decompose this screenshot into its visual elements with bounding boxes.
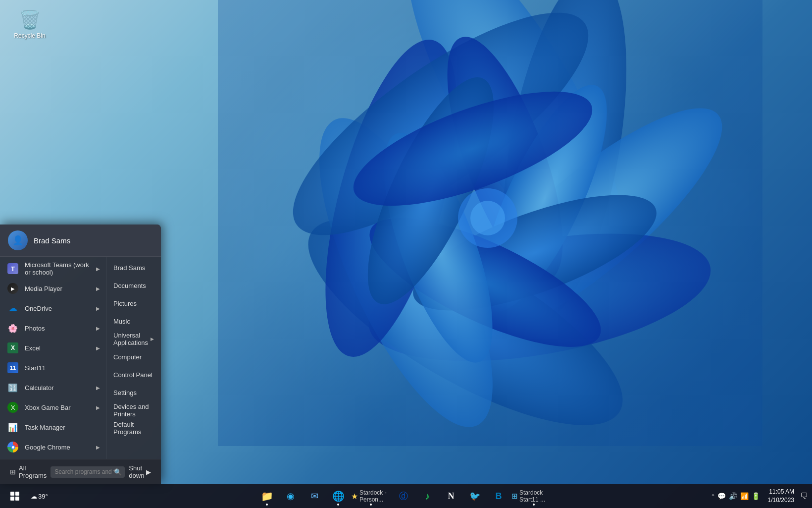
svg-rect-20: [10, 497, 14, 501]
start-menu: 👤 Brad Sams T Microsoft Teams (work or s…: [0, 225, 161, 484]
app-label-taskmanager: Task Manager: [25, 424, 100, 431]
all-programs-label: All Programs: [19, 464, 47, 479]
clock-date: 1/10/2023: [768, 496, 794, 505]
teams-icon: T: [6, 262, 20, 276]
search-icon[interactable]: 🔍: [114, 468, 122, 476]
place-label-universal-apps: Universal Applications: [113, 332, 151, 346]
app-item-calculator[interactable]: 🔢 Calculator ▶: [0, 378, 106, 397]
taskbar-app-dot: [337, 504, 339, 506]
taskbar-mail[interactable]: ✉: [304, 485, 325, 507]
place-label-default-programs: Default Programs: [113, 421, 154, 436]
file-explorer-icon: 📁: [261, 490, 273, 502]
stardock1-label: Stardock - Person...: [359, 489, 391, 503]
recycle-bin-icon: 🗑️: [19, 9, 41, 30]
photos-icon: 🌸: [6, 321, 20, 335]
taskbar-edge[interactable]: 🌐: [327, 485, 349, 507]
recycle-bin[interactable]: 🗑️ Recycle Bin: [10, 7, 50, 41]
places-list: Brad Sams Documents Pictures Music Unive…: [106, 257, 161, 459]
taskbar-nook[interactable]: B: [488, 485, 509, 507]
xbox-arrow: ▶: [96, 405, 100, 410]
app-item-mediaplayer[interactable]: ▶ Media Player ▶: [0, 279, 106, 298]
user-header[interactable]: 👤 Brad Sams: [0, 225, 161, 257]
taskbar-stardock1[interactable]: ★ Stardock - Person...: [351, 485, 391, 507]
place-label-computer: Computer: [113, 353, 142, 361]
app-item-teams[interactable]: T Microsoft Teams (work or school) ▶: [0, 259, 106, 279]
place-computer[interactable]: Computer: [106, 348, 161, 366]
all-programs-button[interactable]: ⊞ All Programs: [6, 462, 51, 481]
app-label-photos: Photos: [25, 325, 94, 332]
mediaplayer-icon: ▶: [6, 282, 20, 295]
user-avatar: 👤: [8, 230, 28, 250]
shutdown-arrow-icon: ▶: [146, 468, 151, 476]
menu-footer: ⊞ All Programs 🔍 Shut down ▶: [0, 459, 161, 484]
network-icon[interactable]: 📶: [740, 492, 749, 500]
app-label-teams: Microsoft Teams (work or school): [25, 261, 94, 276]
taskbar: ☁ 39° 📁 ◉ ✉ 🌐 ★ Stardock - Person...: [0, 484, 812, 508]
place-universal-apps[interactable]: Universal Applications: [106, 330, 161, 348]
taskbar-app-dot: [533, 504, 535, 506]
weather-temp: 39°: [38, 493, 48, 500]
search-input[interactable]: [54, 468, 114, 475]
place-documents[interactable]: Documents: [106, 277, 161, 294]
place-control-panel[interactable]: Control Panel: [106, 366, 161, 384]
taskbar-dashlane[interactable]: ⓓ: [393, 485, 414, 507]
place-label-brad-sams: Brad Sams: [113, 264, 145, 272]
chat-icon[interactable]: 💬: [717, 492, 726, 500]
menu-body: T Microsoft Teams (work or school) ▶ ▶ M…: [0, 257, 161, 459]
mail-icon: ✉: [311, 491, 318, 502]
dashlane-icon: ⓓ: [399, 490, 408, 502]
taskbar-right: ^ 💬 🔊 📶 🔋 11:05 AM 1/10/2023 🗨: [711, 488, 808, 505]
app-item-taskmanager[interactable]: 📊 Task Manager: [0, 417, 106, 437]
weather-widget[interactable]: ☁ 39°: [28, 485, 51, 507]
notion-icon: N: [448, 491, 455, 502]
spotify-icon: ♪: [425, 491, 430, 502]
place-settings[interactable]: Settings: [106, 384, 161, 401]
start-button[interactable]: [4, 485, 26, 507]
app-item-start11[interactable]: 11 Start11: [0, 358, 106, 378]
notification-icon[interactable]: 🗨: [800, 492, 808, 501]
taskbar-cortana[interactable]: ◉: [280, 485, 302, 507]
onedrive-icon: ☁: [6, 301, 20, 315]
wallpaper: [218, 0, 762, 446]
excel-arrow: ▶: [96, 345, 100, 351]
place-brad-sams[interactable]: Brad Sams: [106, 259, 161, 277]
twitter-icon: 🐦: [469, 491, 480, 502]
app-item-photos[interactable]: 🌸 Photos ▶: [0, 318, 106, 338]
start11-icon: 11: [6, 361, 20, 375]
app-item-onedrive[interactable]: ☁ OneDrive ▶: [0, 298, 106, 318]
place-default-programs[interactable]: Default Programs: [106, 419, 161, 437]
shutdown-label: Shut down: [129, 464, 144, 479]
excel-icon: X: [6, 341, 20, 355]
svg-rect-21: [15, 497, 19, 501]
system-tray-chevron[interactable]: ^: [711, 493, 714, 499]
app-item-xbox[interactable]: X Xbox Game Bar ▶: [0, 397, 106, 417]
app-item-chrome[interactable]: Google Chrome ▶: [0, 437, 106, 457]
desktop: 🗑️ Recycle Bin 👤 Brad Sams T Microsoft T…: [0, 0, 812, 508]
taskbar-file-explorer[interactable]: 📁: [256, 485, 278, 507]
app-label-xbox: Xbox Game Bar: [25, 404, 94, 411]
stardock1-icon: ★: [351, 492, 358, 501]
taskbar-twitter[interactable]: 🐦: [464, 485, 486, 507]
taskbar-stardock2[interactable]: ⊞ Stardock Start11 ...: [511, 485, 556, 507]
taskbar-spotify[interactable]: ♪: [416, 485, 438, 507]
clock[interactable]: 11:05 AM 1/10/2023: [768, 488, 794, 505]
app-item-excel[interactable]: X Excel ▶: [0, 338, 106, 358]
onedrive-arrow: ▶: [96, 306, 100, 311]
taskbar-left: ☁ 39°: [4, 485, 51, 507]
svg-rect-18: [10, 492, 14, 496]
place-music[interactable]: Music: [106, 312, 161, 330]
stardock2-label: Stardock Start11 ...: [519, 489, 556, 503]
mediaplayer-arrow: ▶: [96, 286, 100, 291]
battery-icon[interactable]: 🔋: [752, 492, 760, 500]
search-bar[interactable]: 🔍: [51, 466, 125, 478]
shutdown-button[interactable]: Shut down ▶: [125, 462, 155, 481]
volume-icon[interactable]: 🔊: [729, 492, 737, 500]
place-devices-printers[interactable]: Devices and Printers: [106, 401, 161, 419]
photos-arrow: ▶: [96, 326, 100, 331]
svg-rect-19: [15, 492, 19, 496]
taskbar-app-dot: [370, 504, 372, 506]
taskbar-notion[interactable]: N: [440, 485, 462, 507]
place-pictures[interactable]: Pictures: [106, 294, 161, 312]
app-label-onedrive: OneDrive: [25, 305, 94, 312]
svg-point-17: [470, 201, 505, 235]
